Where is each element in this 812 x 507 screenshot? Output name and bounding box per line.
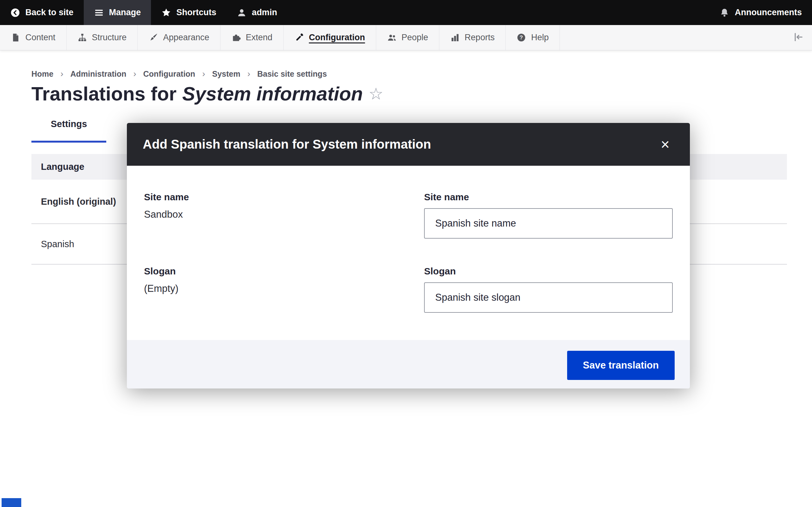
user-menu[interactable]: admin (226, 0, 287, 25)
breadcrumb-separator: › (247, 69, 250, 79)
toolbar-right-group: Announcements (709, 0, 812, 25)
language-row-label: Spanish (41, 239, 74, 249)
toolbar-left-group: Back to site Manage Shortcuts admin (0, 0, 287, 25)
slogan-field-row: Slogan (Empty) Slogan (144, 266, 673, 313)
menu-label: Help (531, 33, 549, 43)
shortcuts-tab[interactable]: Shortcuts (151, 0, 226, 25)
breadcrumb-home[interactable]: Home (32, 69, 53, 78)
back-to-site-label: Back to site (26, 8, 73, 17)
announcements-button[interactable]: Announcements (709, 0, 812, 25)
sitemap-icon (78, 33, 87, 43)
admin-menu-bar: Content Structure Appearance Extend Conf… (0, 25, 812, 50)
menu-item-people[interactable]: People (376, 25, 439, 50)
site-name-source-label: Site name (144, 192, 424, 203)
dialog-footer: Save translation (127, 340, 690, 389)
admin-toolbar: Back to site Manage Shortcuts admin (0, 0, 812, 25)
slogan-source-label: Slogan (144, 266, 424, 277)
menu-item-configuration[interactable]: Configuration (284, 25, 376, 50)
breadcrumb-basic-site-settings[interactable]: Basic site settings (257, 69, 327, 78)
menu-label: Structure (92, 33, 127, 43)
add-translation-dialog: Add Spanish translation for System infor… (127, 123, 690, 389)
user-icon (237, 8, 247, 18)
svg-text:?: ? (520, 35, 523, 41)
toolbar-orientation-toggle[interactable] (785, 25, 812, 50)
site-name-input-label: Site name (424, 192, 673, 203)
close-icon[interactable]: × (656, 135, 674, 154)
menu-item-content[interactable]: Content (0, 25, 67, 50)
site-name-input[interactable] (424, 208, 673, 239)
menu-item-help[interactable]: ? Help (506, 25, 560, 50)
menu-label: Configuration (309, 33, 365, 43)
back-to-site-button[interactable]: Back to site (0, 0, 84, 25)
bottom-left-partial-element (2, 498, 21, 507)
back-icon (10, 8, 20, 18)
breadcrumb-separator: › (133, 69, 136, 79)
menu-item-structure[interactable]: Structure (67, 25, 138, 50)
breadcrumb: Home › Administration › Configuration › … (32, 69, 780, 79)
menu-label: Reports (465, 33, 495, 43)
dialog-header: Add Spanish translation for System infor… (127, 123, 690, 166)
menu-item-appearance[interactable]: Appearance (138, 25, 220, 50)
site-name-source-column: Site name Sandbox (144, 192, 424, 239)
dialog-body: Site name Sandbox Site name Slogan (Empt… (127, 166, 690, 340)
breadcrumb-separator: › (202, 69, 205, 79)
save-translation-button[interactable]: Save translation (567, 351, 675, 380)
menu-label: Extend (246, 33, 272, 43)
user-label: admin (252, 8, 277, 17)
dialog-title: Add Spanish translation for System infor… (143, 137, 431, 152)
site-name-source-value: Sandbox (144, 209, 424, 220)
site-name-translation-column: Site name (424, 192, 673, 239)
tab-settings[interactable]: Settings (32, 119, 106, 143)
people-icon (387, 33, 397, 43)
favorite-star-icon[interactable]: ☆ (368, 83, 384, 104)
wrench-icon (294, 33, 304, 43)
slogan-source-value: (Empty) (144, 283, 424, 294)
puzzle-icon (231, 33, 241, 43)
page-title-prefix: Translations for (32, 83, 177, 104)
hamburger-icon (94, 8, 104, 18)
language-row-label: English (original) (41, 196, 116, 207)
slogan-source-column: Slogan (Empty) (144, 266, 424, 313)
shortcuts-label: Shortcuts (176, 8, 216, 17)
site-name-field-row: Site name Sandbox Site name (144, 192, 673, 239)
slogan-input-label: Slogan (424, 266, 673, 277)
bell-icon (719, 8, 729, 18)
drupal-admin-screen: Back to site Manage Shortcuts admin (0, 0, 812, 507)
announcements-label: Announcements (734, 8, 802, 17)
menu-label: Appearance (163, 33, 209, 43)
menu-item-reports[interactable]: Reports (439, 25, 506, 50)
breadcrumb-configuration[interactable]: Configuration (143, 69, 195, 78)
page-title: Translations for System information ☆ (32, 83, 780, 104)
document-icon (11, 33, 20, 43)
breadcrumb-system[interactable]: System (212, 69, 241, 78)
breadcrumb-separator: › (60, 69, 63, 79)
page-title-emphasis: System information (183, 83, 363, 104)
collapse-left-icon (793, 32, 804, 44)
help-icon: ? (516, 33, 526, 43)
slogan-input[interactable] (424, 282, 673, 313)
menu-label: People (402, 33, 428, 43)
slogan-translation-column: Slogan (424, 266, 673, 313)
star-icon (161, 8, 171, 18)
breadcrumb-administration[interactable]: Administration (70, 69, 126, 78)
menu-item-extend[interactable]: Extend (220, 25, 284, 50)
manage-label: Manage (109, 8, 141, 17)
menu-label: Content (26, 33, 55, 43)
manage-tab[interactable]: Manage (84, 0, 151, 25)
paintbrush-icon (148, 33, 158, 43)
bar-chart-icon (450, 33, 460, 43)
